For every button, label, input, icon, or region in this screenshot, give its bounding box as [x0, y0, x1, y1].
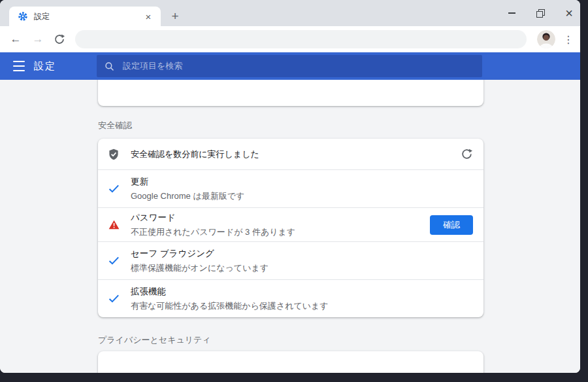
safety-check-status-row: 安全確認を数分前に実行しました	[98, 139, 483, 169]
forward-icon: →	[30, 31, 46, 47]
safety-check-card: 安全確認を数分前に実行しました 更新 Google Chrome は最新版	[98, 139, 483, 317]
window-close-icon[interactable]: ×	[563, 7, 575, 19]
profile-avatar[interactable]	[537, 30, 555, 48]
minimize-icon[interactable]	[506, 7, 517, 19]
rerun-safety-check-icon[interactable]	[460, 148, 473, 161]
browser-menu-icon[interactable]: ⋮	[561, 31, 576, 47]
search-icon	[105, 61, 114, 71]
row-title: パスワード	[131, 212, 430, 224]
privacy-section-card	[98, 351, 483, 373]
section-label-safety-check: 安全確認	[98, 120, 132, 131]
settings-title: 設定	[34, 60, 56, 73]
tab-strip: 設定 × + ×	[0, 0, 580, 26]
safety-row-updates[interactable]: 更新 Google Chrome は最新版です	[98, 169, 483, 207]
previous-section-card	[98, 80, 483, 106]
row-subtitle: 不正使用されたパスワードが 3 件あります	[131, 226, 430, 238]
row-title: 更新	[131, 176, 473, 188]
browser-window: 設定 × + × ← → ⋮	[0, 0, 580, 373]
tab-settings[interactable]: 設定 ×	[9, 7, 161, 26]
safety-row-safe-browsing[interactable]: セーフ ブラウジング 標準保護機能がオンになっています	[98, 241, 483, 279]
row-subtitle: 有害な可能性がある拡張機能から保護されています	[131, 300, 473, 312]
settings-content: 安全確認 安全確認を数分前に実行しました	[0, 80, 580, 373]
safety-check-status-text: 安全確認を数分前に実行しました	[131, 148, 460, 160]
settings-gear-icon	[18, 11, 28, 22]
browser-toolbar: ← → ⋮	[0, 26, 580, 52]
settings-header: 設定 設定項目を検索	[0, 52, 580, 80]
safety-row-extensions[interactable]: 拡張機能 有害な可能性がある拡張機能から保護されています	[98, 279, 483, 317]
row-subtitle: Google Chrome は最新版です	[131, 190, 473, 202]
safety-row-passwords[interactable]: パスワード 不正使用されたパスワードが 3 件あります 確認	[98, 207, 483, 241]
row-title: セーフ ブラウジング	[131, 248, 473, 260]
settings-search-input[interactable]: 設定項目を検索	[97, 55, 482, 77]
shield-check-icon	[106, 148, 121, 160]
section-label-privacy: プライバシーとセキュリティ	[98, 334, 211, 346]
warning-triangle-icon	[106, 220, 121, 230]
menu-hamburger-icon[interactable]	[13, 61, 26, 71]
restore-icon[interactable]	[534, 7, 546, 19]
reload-icon[interactable]	[52, 31, 67, 47]
check-icon	[106, 294, 121, 303]
search-placeholder: 設定項目を検索	[123, 60, 182, 72]
check-icon	[106, 184, 121, 193]
row-subtitle: 標準保護機能がオンになっています	[131, 262, 473, 274]
tab-title: 設定	[34, 11, 142, 22]
new-tab-button[interactable]: +	[167, 9, 183, 24]
window-controls: ×	[506, 7, 575, 19]
row-title: 拡張機能	[131, 286, 473, 298]
tab-close-icon[interactable]: ×	[142, 10, 154, 22]
review-passwords-button[interactable]: 確認	[430, 215, 473, 235]
address-bar[interactable]	[75, 30, 527, 48]
check-icon	[106, 256, 121, 265]
back-icon[interactable]: ←	[8, 31, 24, 47]
